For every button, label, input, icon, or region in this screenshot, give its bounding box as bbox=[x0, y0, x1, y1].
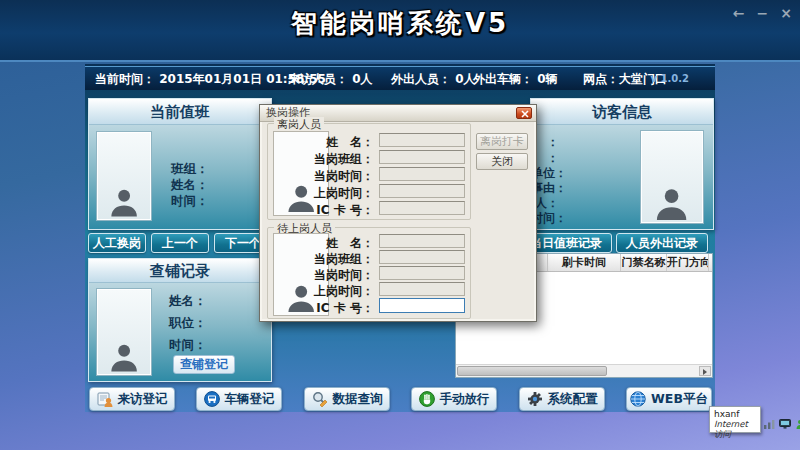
person-silhouette-icon bbox=[653, 186, 690, 220]
records-col-open-direction: 开门方向 bbox=[667, 254, 709, 271]
scrollbar-thumb[interactable] bbox=[457, 366, 607, 376]
clock-out-button[interactable]: 离岗打卡 bbox=[476, 133, 528, 150]
patrol-record-panel: 查铺记录 姓名： 职位： 时间： 查铺登记 bbox=[88, 258, 272, 382]
network-access-label: Internet 访问 bbox=[714, 419, 756, 439]
vehicle-register-button[interactable]: 车辆登记 bbox=[196, 387, 282, 411]
g1-name-input[interactable] bbox=[379, 133, 465, 147]
window-controls: ← − × bbox=[733, 5, 792, 21]
visitor-info-title: 访客信息 bbox=[531, 99, 713, 125]
g1-start-time-label: 上岗时间： bbox=[312, 185, 374, 202]
status-bar: 当前时间： 2015年01月01日 01:58:55 来访人员： 0人 外出人员… bbox=[85, 66, 715, 90]
system-tray bbox=[764, 418, 800, 429]
status-out-vehicle-count: 外出车辆： 0辆 bbox=[473, 71, 558, 88]
manual-release-button[interactable]: 手动放行 bbox=[411, 387, 497, 411]
g1-start-time-input[interactable] bbox=[379, 184, 465, 198]
shift-change-dialog: 换岗操作 离岗人员 姓 名： 当岗班组： 当岗时间： 上岗时间： IC 卡 号：… bbox=[259, 104, 537, 322]
visitor-register-icon bbox=[97, 391, 113, 407]
scrollbar-right-arrow-icon[interactable] bbox=[699, 366, 711, 376]
table-horizontal-scrollbar[interactable] bbox=[456, 364, 712, 377]
manual-shift-button[interactable]: 人工换岗 bbox=[88, 233, 146, 253]
g1-duty-group-label: 当岗班组： bbox=[312, 151, 374, 168]
person-silhouette-icon bbox=[108, 342, 140, 372]
duty-name-label: 姓名： bbox=[171, 177, 209, 194]
close-x-icon bbox=[521, 110, 529, 118]
g2-ic-card-label: IC 卡 号： bbox=[312, 300, 374, 317]
g2-duty-group-label: 当岗班组： bbox=[312, 251, 374, 268]
status-visitor-count: 来访人员： 0人 bbox=[288, 71, 373, 88]
g1-name-label: 姓 名： bbox=[312, 134, 374, 151]
patrol-name-label: 姓名： bbox=[169, 293, 207, 310]
g1-duty-time-input[interactable] bbox=[379, 167, 465, 181]
patrol-photo bbox=[97, 289, 151, 375]
dialog-close-button[interactable] bbox=[516, 107, 532, 119]
patrol-time-label: 时间： bbox=[169, 337, 207, 354]
back-icon[interactable]: ← bbox=[733, 5, 745, 21]
g2-name-label: 姓 名： bbox=[312, 235, 374, 252]
g1-ic-card-label: IC 卡 号： bbox=[312, 202, 374, 219]
current-duty-panel: 当前值班 班组： 姓名： 时间： bbox=[88, 98, 272, 230]
g2-ic-card-input[interactable] bbox=[379, 298, 465, 313]
g2-name-input[interactable] bbox=[379, 234, 465, 248]
g2-start-time-label: 上岗时间： bbox=[312, 283, 374, 300]
web-platform-icon bbox=[630, 391, 646, 407]
visitor-photo bbox=[641, 131, 703, 223]
app-titlebar: 智能岗哨系统V5 ← − × bbox=[0, 0, 800, 62]
leaving-person-group-title: 离岗人员 bbox=[274, 117, 324, 132]
data-query-icon bbox=[312, 391, 328, 407]
vehicle-register-icon bbox=[204, 391, 220, 407]
records-col-door-name: 门禁名称 bbox=[621, 254, 667, 271]
duty-time-label: 时间： bbox=[171, 193, 209, 210]
data-query-button[interactable]: 数据查询 bbox=[304, 387, 390, 411]
network-tooltip: hxanf Internet 访问 bbox=[709, 406, 761, 433]
status-out-person-count: 外出人员： 0人 bbox=[391, 71, 476, 88]
duty-group-label: 班组： bbox=[171, 161, 209, 178]
g2-duty-group-input[interactable] bbox=[379, 250, 465, 264]
records-col-swipe-time: 刷卡时间 bbox=[548, 254, 621, 271]
g1-duty-group-input[interactable] bbox=[379, 150, 465, 164]
visitor-register-button[interactable]: 来访登记 bbox=[89, 387, 175, 411]
g2-duty-time-input[interactable] bbox=[379, 266, 465, 280]
patrol-register-button[interactable]: 查铺登记 bbox=[173, 355, 235, 374]
g1-duty-time-label: 当岗时间： bbox=[312, 168, 374, 185]
green-status-icon[interactable] bbox=[795, 419, 800, 429]
previous-button[interactable]: 上一个 bbox=[151, 233, 209, 253]
app-title: 智能岗哨系统V5 bbox=[0, 6, 800, 41]
network-ssid: hxanf bbox=[714, 409, 756, 419]
close-icon[interactable]: × bbox=[780, 5, 792, 21]
dialog-close-action-button[interactable]: 关闭 bbox=[476, 153, 528, 170]
patrol-position-label: 职位： bbox=[169, 315, 207, 332]
system-config-icon bbox=[527, 391, 543, 407]
person-silhouette-icon bbox=[108, 187, 140, 217]
g2-duty-time-label: 当岗时间： bbox=[312, 267, 374, 284]
duty-photo bbox=[97, 132, 151, 220]
web-platform-button[interactable]: WEB平台 bbox=[626, 387, 712, 411]
minimize-icon[interactable]: − bbox=[757, 5, 769, 21]
version-label: v 1.0.2 bbox=[651, 73, 689, 84]
visitor-info-panel: 访客信息 ： ： 单位： 事由： 人： 时间： bbox=[530, 98, 714, 230]
system-config-button[interactable]: 系统配置 bbox=[519, 387, 605, 411]
monitor-icon[interactable] bbox=[779, 419, 791, 429]
g2-start-time-input[interactable] bbox=[379, 282, 465, 296]
g1-ic-card-input[interactable] bbox=[379, 201, 465, 215]
patrol-record-title: 查铺记录 bbox=[89, 259, 271, 283]
network-signal-icon[interactable] bbox=[764, 419, 775, 429]
manual-release-icon bbox=[419, 391, 435, 407]
tab-person-out-record[interactable]: 人员外出记录 bbox=[616, 233, 708, 253]
current-duty-title: 当前值班 bbox=[89, 99, 271, 125]
